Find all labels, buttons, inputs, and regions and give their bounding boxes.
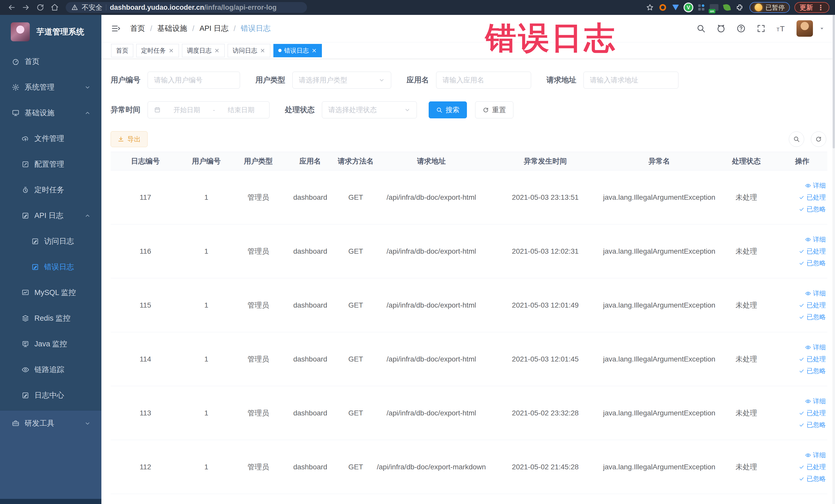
tab-错误日志[interactable]: 错误日志 [273,44,322,57]
action-详细-link[interactable]: 详细 [777,287,826,299]
sidebar-item-错误日志[interactable]: 错误日志 [0,254,101,280]
operations-cell: 详细已处理已忽略 [777,440,827,494]
export-button[interactable]: 导出 [110,131,148,147]
eye-icon [805,237,811,242]
column-header-应用名: 应用名 [284,152,337,170]
tab-定时任务[interactable]: 定时任务 [136,44,179,57]
search-button[interactable]: 搜索 [429,101,467,118]
action-已处理-link[interactable]: 已处理 [777,299,826,311]
action-label: 详细 [813,451,826,459]
sidebar-item-日志中心[interactable]: 日志中心 [0,383,101,408]
toggle-search-button[interactable] [789,132,804,147]
check-icon [799,422,805,428]
search-icon[interactable] [696,24,706,33]
browser-forward-button[interactable] [20,2,32,13]
sidebar-item-定时任务[interactable]: 定时任务 [0,177,101,203]
tab-调度日志[interactable]: 调度日志 [182,44,225,57]
sidebar-logo[interactable]: 芋道管理系统 [0,15,101,49]
action-已处理-link[interactable]: 已处理 [777,407,826,419]
page-scrollbar[interactable] [832,15,835,504]
sidebar-item-Redis-监控[interactable]: Redis 监控 [0,305,101,331]
bookmark-star-icon[interactable] [645,2,655,13]
user-type-cell: 管理员 [232,170,284,224]
action-已处理-link[interactable]: 已处理 [777,191,826,203]
tab-label: 首页 [116,46,128,55]
tab-close-icon[interactable] [168,48,174,54]
user-id-cell: 1 [180,332,232,386]
table-row: 1161管理员dashboardGET/api/infra/db-doc/exp… [110,224,827,278]
action-详细-link[interactable]: 详细 [777,180,826,191]
sidebar-item-配置管理[interactable]: 配置管理 [0,152,101,177]
extension-orange-ring-icon[interactable] [658,2,668,13]
request-url-input[interactable] [590,72,672,88]
method-cell: GET [336,332,375,386]
tab-close-icon[interactable] [260,48,265,54]
sidebar-collapse-bar[interactable] [0,499,101,504]
profile-paused-chip[interactable]: 已暂停 [750,2,790,13]
browser-menu-kebab-icon[interactable]: ⋮ [817,3,824,12]
action-已处理-link[interactable]: 已处理 [777,353,826,365]
exception-time-range-picker[interactable]: 开始日期 - 结束日期 [148,101,269,118]
chevron-down-icon [84,420,90,426]
tab-close-icon[interactable] [311,48,317,54]
user-type-select[interactable]: 请选择用户类型 [292,72,391,88]
address-bar[interactable]: 不安全 dashboard.yudao.iocoder.cn/infra/log… [66,2,307,13]
sidebar-item-研发工具[interactable]: 研发工具 [0,410,101,436]
app-name-input[interactable] [443,72,525,88]
app-name-cell: dashboard [284,332,337,386]
sidebar-item-基础设施[interactable]: 基础设施 [0,100,101,126]
user-avatar[interactable] [796,20,813,37]
action-已忽略-link[interactable]: 已忽略 [777,257,826,269]
breadcrumb-item-基础设施[interactable]: 基础设施 [157,23,187,34]
action-已处理-link[interactable]: 已处理 [777,461,826,473]
tab-首页[interactable]: 首页 [111,44,133,57]
status-select[interactable]: 请选择处理状态 [322,101,417,118]
sidebar-item-链路追踪[interactable]: 链路追踪 [0,357,101,383]
sidebar-item-文件管理[interactable]: 文件管理 [0,126,101,152]
method-cell: GET [336,224,375,278]
sidebar-item-首页[interactable]: 首页 [0,49,101,75]
user-id-input[interactable] [154,72,233,88]
avatar-caret-down-icon[interactable] [819,26,825,31]
breadcrumb-item-API-日志[interactable]: API 日志 [200,23,228,34]
github-icon[interactable] [716,24,726,33]
fullscreen-icon[interactable] [756,24,766,33]
font-size-icon[interactable]: TT [776,24,786,33]
browser-home-button[interactable] [49,2,61,13]
tab-访问日志[interactable]: 访问日志 [228,44,270,57]
extension-leaf-icon[interactable] [722,2,732,13]
extension-grid-icon[interactable] [696,2,707,13]
refresh-table-button[interactable] [811,132,826,147]
breadcrumb-item-首页[interactable]: 首页 [130,23,145,34]
action-已处理-link[interactable]: 已处理 [777,245,826,257]
action-已忽略-link[interactable]: 已忽略 [777,419,826,431]
sidebar-item-系统管理[interactable]: 系统管理 [0,75,101,100]
check-icon [799,464,805,470]
action-详细-link[interactable]: 详细 [777,449,826,461]
extensions-puzzle-icon[interactable] [735,2,745,13]
extension-green-v-icon[interactable]: V [683,2,694,13]
sidebar-item-访问日志[interactable]: 访问日志 [0,228,101,254]
sidebar-item-MySQL-监控[interactable]: MySQL 监控 [0,280,101,305]
help-icon[interactable] [736,24,746,33]
action-已忽略-link[interactable]: 已忽略 [777,365,826,377]
action-已忽略-link[interactable]: 已忽略 [777,311,826,323]
action-已忽略-link[interactable]: 已忽略 [777,203,826,215]
breadcrumb: 首页/基础设施/API 日志/错误日志 [130,23,270,34]
column-header-处理状态: 处理状态 [715,152,777,170]
hamburger-menu-icon[interactable] [111,24,121,33]
action-详细-link[interactable]: 详细 [777,396,826,407]
action-详细-link[interactable]: 详细 [777,341,826,353]
browser-reload-button[interactable] [34,2,46,13]
action-详细-link[interactable]: 详细 [777,234,826,245]
sidebar-item-Java-监控[interactable]: Java 监控 [0,331,101,357]
sidebar-item-API-日志[interactable]: API 日志 [0,203,101,228]
extension-on-switch-icon[interactable]: on [709,2,719,13]
status-cell: 未处理 [715,170,777,224]
action-已忽略-link[interactable]: 已忽略 [777,473,826,485]
browser-update-button[interactable]: 更新 ⋮ [794,2,829,13]
extension-blue-shield-icon[interactable] [670,2,681,13]
reset-button[interactable]: 重置 [475,101,513,118]
browser-back-button[interactable] [6,2,18,13]
tab-close-icon[interactable] [214,48,220,54]
